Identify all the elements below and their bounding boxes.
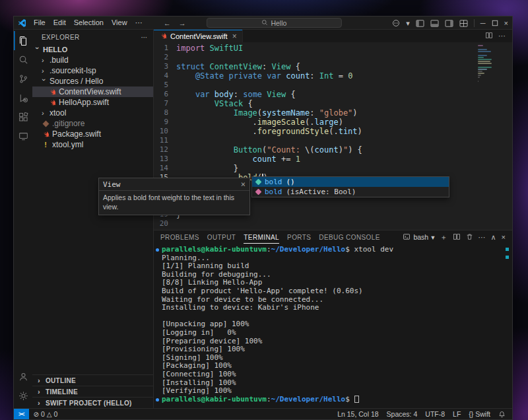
split-editor-icon[interactable] bbox=[485, 32, 493, 40]
menu-view[interactable]: View bbox=[108, 18, 131, 27]
tree-item-sourcekit-lsp[interactable]: ›.sourcekit-lsp bbox=[32, 65, 153, 76]
terminal-line[interactable]: parallels@kabir-ubuntuvm:~/Developer/Hel… bbox=[162, 396, 507, 404]
status-indentation[interactable]: Spaces: 4 bbox=[383, 410, 422, 418]
bell-icon[interactable] bbox=[496, 411, 508, 418]
tree-item-helloapp-swift[interactable]: HelloApp.swift bbox=[32, 97, 153, 108]
code-text: Button("Count: \(count)") { bbox=[176, 145, 362, 155]
editor-more-actions-icon[interactable]: ⋯ bbox=[498, 32, 506, 40]
terminal-line[interactable]: Installing to device: Kabir's iPhone bbox=[162, 304, 507, 312]
status-encoding[interactable]: UTF-8 bbox=[421, 410, 449, 418]
customize-layout-icon[interactable] bbox=[459, 20, 468, 27]
code-line[interactable]: 6 var body: some View { bbox=[154, 90, 512, 99]
code-line[interactable]: 5 bbox=[154, 81, 512, 90]
panel-tab-ports[interactable]: PORTS bbox=[287, 230, 311, 244]
copilot-icon[interactable] bbox=[392, 19, 400, 27]
nav-forward-icon[interactable]: → bbox=[179, 19, 186, 27]
suggest-match: bold bbox=[265, 188, 282, 196]
suggest-docs-tooltip: View × Applies a bold font weight to the… bbox=[98, 178, 250, 215]
status-line-col[interactable]: Ln 15, Col 18 bbox=[333, 410, 382, 418]
explorer-icon[interactable] bbox=[14, 31, 32, 50]
search-icon[interactable] bbox=[14, 50, 32, 69]
code-line[interactable]: 7 VStack { bbox=[154, 99, 512, 108]
minimize-icon[interactable]: ─ bbox=[480, 17, 486, 30]
views-more-actions-icon[interactable]: ⋯ bbox=[141, 34, 148, 41]
toggle-panel-icon[interactable] bbox=[430, 20, 439, 27]
menu-file[interactable]: File bbox=[30, 18, 50, 27]
shell-selector[interactable]: bash ▾ bbox=[403, 233, 434, 242]
swift-file-icon bbox=[48, 99, 56, 106]
close-window-icon[interactable]: × bbox=[504, 17, 508, 30]
menu-more[interactable]: ⋯ bbox=[131, 18, 147, 27]
tree-item-sources-hello[interactable]: ›Sources / Hello bbox=[32, 76, 153, 87]
suggest-item-bold-isactive-bool[interactable]: bold(isActive: Bool) bbox=[252, 187, 449, 197]
terminal[interactable]: parallels@kabir-ubuntuvm:~/Developer/Hel… bbox=[154, 244, 512, 408]
maximize-panel-icon[interactable]: ∧ bbox=[491, 233, 496, 242]
tree-item-gitignore[interactable]: .gitignore bbox=[32, 118, 153, 129]
status-eol[interactable]: LF bbox=[449, 410, 465, 418]
code-line[interactable]: 3struct ContentView: View { bbox=[154, 62, 512, 71]
tree-item-label: .sourcekit-lsp bbox=[50, 66, 96, 75]
close-tab-icon[interactable]: × bbox=[232, 32, 237, 41]
status-language[interactable]: {} Swift bbox=[465, 410, 494, 418]
extensions-icon[interactable] bbox=[14, 108, 32, 127]
tree-root-label: HELLO bbox=[43, 46, 67, 53]
maximize-icon[interactable] bbox=[492, 20, 498, 26]
close-panel-icon[interactable]: × bbox=[502, 233, 506, 241]
remote-indicator[interactable]: >< bbox=[14, 409, 29, 419]
code-line[interactable]: 13 count += 1 bbox=[154, 155, 512, 164]
panel-tab-output[interactable]: OUTPUT bbox=[207, 230, 236, 244]
tab-contentview-swift[interactable]: ContentView.swift × bbox=[154, 30, 243, 42]
panel-tab-problems[interactable]: PROBLEMS bbox=[160, 230, 199, 244]
kill-terminal-icon[interactable] bbox=[466, 233, 473, 242]
code-line[interactable]: 4 @State private var count: Int = 0 bbox=[154, 71, 512, 81]
section-swift-project-hello[interactable]: ›SWIFT PROJECT (HELLO) bbox=[32, 397, 153, 408]
new-terminal-icon[interactable]: ＋ bbox=[440, 232, 447, 242]
toggle-secondary-sidebar-icon[interactable] bbox=[445, 20, 453, 27]
code-line[interactable]: 20 bbox=[154, 219, 512, 228]
code-line[interactable]: 11 bbox=[154, 136, 512, 145]
tree-item-package-swift[interactable]: Package.swift bbox=[32, 129, 153, 139]
toggle-sidebar-icon[interactable] bbox=[416, 20, 424, 27]
code-line[interactable]: 12 Button("Count: \(count)") { bbox=[154, 145, 512, 155]
code-line[interactable]: 9 .imageScale(.large) bbox=[154, 118, 512, 127]
code-line[interactable]: 8 Image(systemName: "globe") bbox=[154, 108, 512, 118]
command-center-search[interactable]: Hello bbox=[206, 18, 341, 28]
panel-tab-debug-console[interactable]: DEBUG CONSOLE bbox=[319, 230, 380, 244]
split-terminal-icon[interactable] bbox=[453, 233, 461, 242]
account-icon[interactable] bbox=[14, 367, 32, 386]
remote-explorer-icon[interactable] bbox=[14, 127, 32, 146]
tree-item-contentview-swift[interactable]: ContentView.swift bbox=[32, 87, 153, 97]
code-line[interactable]: 1import SwiftUI bbox=[154, 44, 512, 53]
tree-item-build[interactable]: ›.build bbox=[32, 55, 153, 65]
menu-bar: FileEditSelectionView⋯ bbox=[30, 18, 147, 27]
code-line[interactable]: 2 bbox=[154, 53, 512, 62]
nav-back-icon[interactable]: ← bbox=[164, 19, 171, 27]
tooltip-title: View bbox=[103, 180, 121, 189]
minimap[interactable] bbox=[478, 45, 507, 85]
shell-chevron-icon[interactable]: ▾ bbox=[431, 233, 434, 241]
suggest-item-bold[interactable]: bold() bbox=[252, 177, 449, 187]
code-line[interactable]: 14 } bbox=[154, 164, 512, 173]
tree-item-xtool[interactable]: ›xtool bbox=[32, 108, 153, 118]
problems-status[interactable]: ⊘ 0 △ 0 bbox=[29, 410, 63, 418]
tooltip-close-icon[interactable]: × bbox=[241, 180, 246, 189]
swift-file-icon bbox=[48, 88, 56, 96]
panel-tab-terminal[interactable]: TERMINAL bbox=[244, 230, 279, 244]
section-timeline[interactable]: ›TIMELINE bbox=[32, 386, 153, 397]
panel-more-actions-icon[interactable]: ⋯ bbox=[478, 233, 486, 242]
terminal-shell-icon bbox=[403, 233, 411, 242]
run-debug-icon[interactable] bbox=[14, 88, 32, 108]
menu-selection[interactable]: Selection bbox=[70, 18, 108, 27]
section-outline[interactable]: ›OUTLINE bbox=[32, 374, 153, 386]
tree-item-xtool-yml[interactable]: !xtool.yml bbox=[32, 139, 153, 150]
menu-edit[interactable]: Edit bbox=[50, 18, 70, 27]
chevron-right-icon: › bbox=[42, 109, 47, 117]
editor-tabbar: ContentView.swift × ⋯ bbox=[154, 30, 512, 42]
tree-root-hello[interactable]: ›HELLO bbox=[32, 44, 153, 55]
copilot-chevron-icon[interactable]: ▾ bbox=[406, 17, 410, 30]
statusbar: >< ⊘ 0 △ 0 Ln 15, Col 18Spaces: 4UTF-8LF… bbox=[14, 408, 512, 419]
code-line[interactable]: 10 .foregroundStyle(.tint) bbox=[154, 127, 512, 136]
settings-gear-icon[interactable] bbox=[14, 386, 32, 405]
source-control-icon[interactable] bbox=[14, 69, 32, 88]
terminal-line[interactable]: parallels@kabir-ubuntuvm:~/Developer/Hel… bbox=[162, 246, 507, 254]
